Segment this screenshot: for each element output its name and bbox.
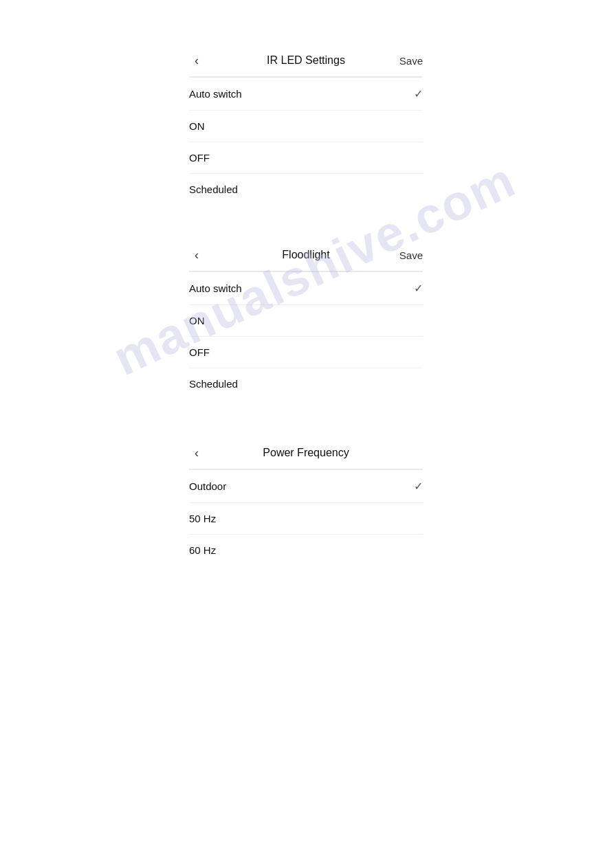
power-frequency-option-outdoor[interactable]: Outdoor ✓: [189, 470, 423, 503]
ir-led-option-on[interactable]: ON: [189, 111, 423, 142]
ir-led-header: ‹ IR LED Settings Save: [189, 45, 423, 76]
power-frequency-60hz-label: 60 Hz: [189, 544, 216, 556]
ir-led-option-off[interactable]: OFF: [189, 142, 423, 174]
power-frequency-title: Power Frequency: [263, 447, 349, 459]
floodlight-auto-switch-check-icon: ✓: [414, 282, 423, 295]
power-frequency-back-button[interactable]: ‹: [189, 444, 204, 462]
floodlight-option-on[interactable]: ON: [189, 305, 423, 337]
ir-led-auto-switch-label: Auto switch: [189, 88, 242, 100]
floodlight-save-button[interactable]: Save: [399, 249, 423, 261]
power-frequency-panel: ‹ Power Frequency Outdoor ✓ 50 Hz 60 Hz: [189, 437, 423, 566]
ir-led-off-label: OFF: [189, 152, 210, 164]
floodlight-panel: ‹ Floodlight Save Auto switch ✓ ON OFF S…: [189, 239, 423, 399]
power-frequency-option-50hz[interactable]: 50 Hz: [189, 503, 423, 535]
ir-led-back-button[interactable]: ‹: [189, 52, 204, 69]
floodlight-back-button[interactable]: ‹: [189, 246, 204, 264]
ir-led-auto-switch-check-icon: ✓: [414, 87, 423, 100]
floodlight-scheduled-label: Scheduled: [189, 378, 238, 390]
floodlight-on-label: ON: [189, 315, 205, 326]
floodlight-option-scheduled[interactable]: Scheduled: [189, 368, 423, 399]
floodlight-auto-switch-label: Auto switch: [189, 282, 242, 294]
ir-led-option-auto-switch[interactable]: Auto switch ✓: [189, 78, 423, 111]
floodlight-option-auto-switch[interactable]: Auto switch ✓: [189, 272, 423, 305]
power-frequency-50hz-label: 50 Hz: [189, 513, 216, 524]
floodlight-option-off[interactable]: OFF: [189, 337, 423, 368]
ir-led-title: IR LED Settings: [267, 54, 345, 67]
ir-led-panel: ‹ IR LED Settings Save Auto switch ✓ ON …: [189, 45, 423, 205]
power-frequency-option-60hz[interactable]: 60 Hz: [189, 535, 423, 566]
ir-led-option-scheduled[interactable]: Scheduled: [189, 174, 423, 205]
power-frequency-outdoor-check-icon: ✓: [414, 480, 423, 493]
power-frequency-outdoor-label: Outdoor: [189, 480, 226, 492]
floodlight-off-label: OFF: [189, 346, 210, 358]
ir-led-scheduled-label: Scheduled: [189, 183, 238, 195]
floodlight-title: Floodlight: [282, 249, 329, 261]
ir-led-save-button[interactable]: Save: [399, 55, 423, 67]
floodlight-header: ‹ Floodlight Save: [189, 239, 423, 271]
ir-led-on-label: ON: [189, 120, 205, 132]
power-frequency-header: ‹ Power Frequency: [189, 437, 423, 469]
